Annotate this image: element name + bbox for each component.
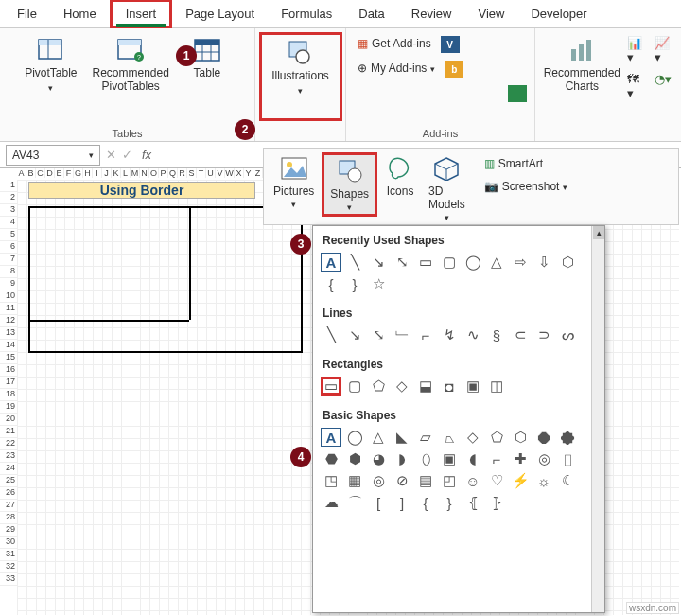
rect-rounded[interactable]: ▢ [344, 377, 365, 396]
smartart-button[interactable]: ▥ SmartArt [480, 156, 572, 173]
fx-button[interactable]: fx [138, 148, 155, 162]
3d-models-button[interactable]: 3D Models ▾ [423, 152, 471, 224]
rect-round2[interactable]: ▣ [463, 377, 483, 396]
chart-type-line-icon[interactable]: 📈▾ [655, 36, 675, 64]
basic-hept[interactable]: ⯃ [533, 428, 554, 447]
menu-formulas[interactable]: Formulas [268, 2, 345, 26]
shape-triangle[interactable]: △ [486, 253, 507, 272]
line-3[interactable]: ⤡ [368, 326, 389, 344]
basic-sun[interactable]: ☼ [533, 471, 554, 490]
menu-view[interactable]: View [464, 2, 517, 26]
shape-rbrace[interactable]: } [344, 274, 365, 293]
chart-type-map-icon[interactable]: 🗺▾ [627, 72, 646, 100]
menu-data[interactable]: Data [345, 2, 397, 26]
enter-icon[interactable]: ✓ [122, 148, 132, 162]
menu-page-layout[interactable]: Page Layout [172, 2, 268, 26]
my-addins-button[interactable]: ⊕ My Add-ins ▾ [354, 61, 439, 78]
line-11[interactable]: ᔕ [557, 326, 578, 344]
line-9[interactable]: ⊂ [510, 326, 531, 344]
basic-diamond[interactable]: ◇ [463, 428, 483, 447]
shape-rounded-rect[interactable]: ▢ [439, 253, 460, 272]
chart-type-col-icon[interactable]: 📊▾ [627, 36, 646, 64]
bing-icon[interactable]: b [445, 61, 463, 78]
pivot-table-button[interactable]: PivotTable ▾ [19, 32, 82, 97]
rect-rounddiag[interactable]: ◫ [486, 377, 507, 396]
basic-donut[interactable]: ◎ [368, 471, 389, 490]
icons-button[interactable]: Icons [379, 152, 421, 200]
menu-home[interactable]: Home [50, 2, 110, 26]
recommended-charts-button[interactable]: Recommended Charts [541, 32, 623, 97]
basic-frame[interactable]: ▣ [439, 449, 460, 468]
basic-nosymbol[interactable]: ⊘ [392, 471, 412, 490]
basic-dbrace2[interactable]: ⦄ [486, 493, 507, 512]
illustrations-button[interactable]: Illustrations ▾ [259, 32, 342, 121]
basic-smiley[interactable]: ☺ [463, 471, 483, 490]
basic-tear[interactable]: ⬯ [415, 449, 436, 468]
menu-insert[interactable]: Insert [110, 0, 173, 28]
basic-bolt[interactable]: ⚡ [510, 471, 531, 490]
rect-snipround[interactable]: ⬓ [415, 377, 436, 396]
basic-arc[interactable]: ⌒ [344, 493, 365, 512]
shape-oval[interactable]: ◯ [463, 253, 483, 272]
visio-icon[interactable]: V [441, 36, 460, 53]
line-4[interactable]: ﹂ [392, 326, 412, 344]
basic-dbrace[interactable]: ⦃ [463, 493, 483, 512]
basic-para[interactable]: ▱ [415, 428, 436, 447]
basic-trap[interactable]: ⏢ [439, 428, 460, 447]
basic-cube[interactable]: ◳ [321, 471, 341, 490]
get-addins-button[interactable]: ▦ Get Add-ins [354, 36, 435, 53]
pictures-button[interactable]: Pictures ▾ [268, 152, 320, 211]
shapes-button[interactable]: Shapes ▾ [322, 152, 377, 217]
shape-textbox[interactable]: A [321, 253, 341, 272]
line-1[interactable]: ╲ [321, 326, 341, 344]
basic-cloud[interactable]: ☁ [321, 493, 341, 512]
basic-cross[interactable]: ✚ [510, 449, 531, 468]
menu-developer[interactable]: Developer [517, 2, 600, 26]
basic-chord[interactable]: ◗ [392, 449, 412, 468]
recommended-pivot-button[interactable]: ? Recommended PivotTables [87, 32, 175, 97]
shape-line-arrow[interactable]: ↘ [368, 253, 389, 272]
line-10[interactable]: ⊃ [533, 326, 554, 344]
basic-lshape[interactable]: ⌐ [486, 449, 507, 468]
basic-lbracket[interactable]: [ [368, 493, 389, 512]
scroll-up-icon[interactable]: ▴ [593, 226, 604, 239]
basic-oct[interactable]: ⯄ [557, 428, 578, 447]
rect-plain[interactable]: ▭ [321, 377, 341, 396]
basic-moon[interactable]: ☾ [557, 471, 578, 490]
shape-hexagon[interactable]: ⬡ [557, 253, 578, 272]
shape-arrow-right[interactable]: ⇨ [510, 253, 531, 272]
basic-pent[interactable]: ⬠ [486, 428, 507, 447]
basic-pie[interactable]: ◕ [368, 449, 389, 468]
basic-can[interactable]: ⌷ [557, 449, 578, 468]
shape-rectangle[interactable]: ▭ [415, 253, 436, 272]
basic-oval[interactable]: ◯ [344, 428, 365, 447]
line-5[interactable]: ⌐ [415, 326, 436, 344]
basic-textbox[interactable]: A [321, 428, 341, 447]
basic-lbrace[interactable]: { [415, 493, 436, 512]
line-8[interactable]: § [486, 326, 507, 344]
people-graph-icon[interactable] [508, 85, 527, 102]
basic-rbracket[interactable]: ] [392, 493, 412, 512]
menu-file[interactable]: File [4, 2, 50, 26]
line-6[interactable]: ↯ [439, 326, 460, 344]
basic-plaque[interactable]: ◎ [533, 449, 554, 468]
screenshot-button[interactable]: 📷 Screenshot ▾ [480, 179, 572, 196]
basic-tri[interactable]: △ [368, 428, 389, 447]
shape-lbrace[interactable]: { [321, 274, 341, 293]
cancel-icon[interactable]: ✕ [106, 148, 116, 162]
chart-type-pie-icon[interactable]: ◔▾ [655, 72, 675, 100]
line-2[interactable]: ↘ [344, 326, 365, 344]
basic-half[interactable]: ◖ [463, 449, 483, 468]
basic-rtri[interactable]: ◣ [392, 428, 412, 447]
basic-hex[interactable]: ⬡ [510, 428, 531, 447]
basic-fold[interactable]: ◰ [439, 471, 460, 490]
shape-star[interactable]: ☆ [368, 274, 389, 293]
menu-review[interactable]: Review [398, 2, 465, 26]
rect-snip1[interactable]: ⬠ [368, 377, 389, 396]
basic-dec[interactable]: ⬣ [321, 449, 341, 468]
basic-dodec[interactable]: ⬢ [344, 449, 365, 468]
shape-line[interactable]: ╲ [344, 253, 365, 272]
line-7[interactable]: ∿ [463, 326, 483, 344]
name-box[interactable]: AV43 ▾ [6, 145, 100, 166]
rect-round1[interactable]: ◘ [439, 377, 460, 396]
